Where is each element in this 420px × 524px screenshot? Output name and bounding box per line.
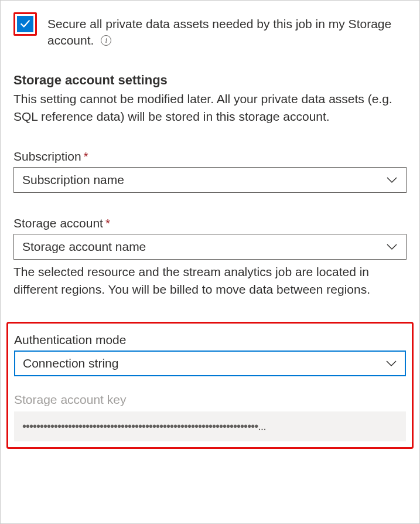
- storage-key-label: Storage account key: [14, 393, 406, 407]
- checkbox-highlight: [13, 12, 37, 36]
- subscription-dropdown[interactable]: Subscription name: [13, 167, 407, 193]
- section-description: This setting cannot be modified later. A…: [13, 90, 407, 126]
- secure-data-row: Secure all private data assets needed by…: [13, 12, 407, 49]
- storage-account-dropdown[interactable]: Storage account name: [13, 234, 407, 260]
- settings-panel: Secure all private data assets needed by…: [0, 0, 420, 524]
- auth-mode-label: Authentication mode: [14, 333, 406, 347]
- storage-account-label: Storage account*: [13, 216, 407, 230]
- check-icon: [20, 19, 30, 29]
- subscription-value: Subscription name: [22, 173, 124, 187]
- auth-mode-value: Connection string: [23, 356, 118, 370]
- chevron-down-icon: [385, 360, 397, 367]
- storage-account-value: Storage account name: [22, 240, 146, 254]
- storage-account-label-text: Storage account: [13, 216, 103, 230]
- secure-data-label: Secure all private data assets needed by…: [47, 12, 407, 49]
- subscription-field: Subscription* Subscription name: [13, 149, 407, 193]
- required-indicator: *: [84, 149, 88, 163]
- required-indicator: *: [105, 216, 110, 230]
- storage-key-field: Storage account key ••••••••••••••••••••…: [14, 393, 406, 441]
- section-title: Storage account settings: [13, 73, 407, 88]
- secure-data-label-text: Secure all private data assets needed by…: [47, 17, 391, 47]
- storage-settings-section: Storage account settings This setting ca…: [13, 73, 407, 126]
- storage-key-input[interactable]: ••••••••••••••••••••••••••••••••••••••••…: [14, 411, 406, 441]
- auth-mode-field: Authentication mode Connection string: [14, 333, 406, 376]
- chevron-down-icon: [386, 176, 398, 183]
- info-icon[interactable]: i: [101, 35, 111, 46]
- subscription-label: Subscription*: [13, 149, 407, 164]
- auth-mode-dropdown[interactable]: Connection string: [14, 351, 406, 376]
- secure-data-checkbox[interactable]: [17, 16, 33, 32]
- subscription-label-text: Subscription: [13, 149, 81, 163]
- chevron-down-icon: [386, 243, 398, 250]
- storage-account-helper: The selected resource and the stream ana…: [13, 263, 407, 299]
- storage-account-field: Storage account* Storage account name Th…: [13, 216, 407, 299]
- authentication-section-highlight: Authentication mode Connection string St…: [6, 322, 414, 449]
